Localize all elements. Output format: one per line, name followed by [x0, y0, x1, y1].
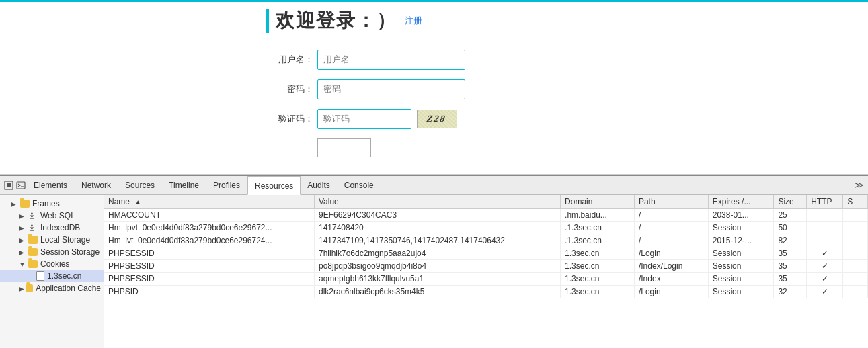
devtools-sidebar: ▶ Frames ▶ 🗄 Web SQL ▶ 🗄 IndexedDB ▶ Loc…: [0, 195, 104, 348]
cell-3: /: [634, 209, 708, 222]
indexeddb-arrow: ▶: [19, 224, 27, 232]
session-storage-icon: [28, 248, 38, 256]
sidebar-item-cookies[interactable]: ▼ Cookies: [0, 258, 104, 270]
cell-7: [843, 273, 868, 286]
sidebar-item-frames[interactable]: ▶ Frames: [0, 198, 104, 210]
cell-0: PHPSID: [104, 286, 314, 298]
cell-6: [807, 234, 843, 247]
col-header-path[interactable]: Path: [634, 195, 708, 209]
websql-icon: 🗄: [28, 212, 38, 220]
cell-5: 50: [774, 222, 807, 234]
cell-7: [843, 260, 868, 273]
cell-4: 2015-12-...: [708, 234, 774, 247]
col-header-s[interactable]: S: [843, 195, 868, 209]
sidebar-label-session-storage: Session Storage: [40, 247, 100, 257]
captcha-container: Z28: [317, 109, 457, 129]
cell-4: 2038-01...: [708, 209, 774, 222]
sidebar-item-app-cache[interactable]: ▶ Application Cache: [0, 282, 104, 294]
password-row: 密码：: [266, 79, 602, 99]
table-row[interactable]: Hm_lpvt_0e0ed4d0df83a279bd0ce6e29672...1…: [104, 222, 868, 234]
cell-4: Session: [708, 247, 774, 260]
cell-3: /Login: [634, 286, 708, 298]
indexeddb-icon: 🗄: [28, 224, 38, 232]
svg-rect-1: [7, 183, 11, 187]
captcha-text: Z28: [426, 114, 447, 124]
table-row[interactable]: Hm_lvt_0e0ed4d0df83a279bd0ce6e296724...1…: [104, 234, 868, 247]
cell-1: aqmeptgbh613kk7fllqulvu5a1: [314, 273, 560, 286]
console-icon[interactable]: [15, 179, 27, 191]
sidebar-label-indexeddb: IndexedDB: [40, 223, 80, 232]
cell-0: PHPSESSID: [104, 260, 314, 273]
cell-5: 82: [774, 234, 807, 247]
title-bar-decoration: [266, 9, 269, 33]
page-area: 欢迎登录：） 注册 用户名： 密码： 验证码： Z28: [0, 0, 868, 175]
col-header-value[interactable]: Value: [314, 195, 560, 209]
table-row[interactable]: PHPSIDdlk2rac6nlbai9cp6cks35m4k51.3sec.c…: [104, 286, 868, 298]
page-content: 欢迎登录：） 注册 用户名： 密码： 验证码： Z28: [266, 0, 602, 180]
sidebar-item-websql[interactable]: ▶ 🗄 Web SQL: [0, 210, 104, 222]
cell-4: Session: [708, 286, 774, 298]
tab-sources[interactable]: Sources: [118, 176, 162, 195]
cell-0: Hm_lpvt_0e0ed4d0df83a279bd0ce6e29672...: [104, 222, 314, 234]
sidebar-label-frames: Frames: [32, 199, 60, 208]
table-row[interactable]: PHPSESSID7hilhik7o6dc2mgnp5aaa2ujo41.3se…: [104, 247, 868, 260]
cell-5: 35: [774, 273, 807, 286]
password-input[interactable]: [317, 79, 465, 99]
cell-5: 35: [774, 260, 807, 273]
frames-arrow: ▶: [11, 200, 19, 208]
cell-4: Session: [708, 260, 774, 273]
inspect-icon[interactable]: [3, 179, 15, 191]
captcha-row: 验证码： Z28: [266, 109, 602, 129]
cookies-icon: [28, 260, 38, 268]
websql-arrow: ▶: [19, 212, 27, 220]
sidebar-item-indexeddb[interactable]: ▶ 🗄 IndexedDB: [0, 222, 104, 234]
cell-0: PHPSESSID: [104, 247, 314, 260]
register-link[interactable]: 注册: [405, 15, 422, 27]
cell-2: 1.3sec.cn: [561, 260, 635, 273]
cell-5: 32: [774, 286, 807, 298]
captcha-image[interactable]: Z28: [417, 110, 457, 128]
page-title-row: 欢迎登录：） 注册: [266, 8, 602, 34]
local-storage-arrow: ▶: [19, 236, 27, 244]
col-header-domain[interactable]: Domain: [561, 195, 635, 209]
captcha-input[interactable]: [317, 109, 411, 129]
app-cache-icon: [26, 284, 33, 292]
submit-button[interactable]: [317, 138, 371, 157]
cell-7: [843, 222, 868, 234]
password-label: 密码：: [266, 83, 313, 95]
sidebar-label-websql: Web SQL: [40, 211, 75, 220]
cookies-table-scroll[interactable]: Name ▲ Value Domain Path Expires /... Si…: [104, 195, 868, 348]
table-row[interactable]: PHPSESSIDpo8jpqp3bsigoo9qmqdjb4i8o41.3se…: [104, 260, 868, 273]
cell-2: 1.3sec.cn: [561, 286, 635, 298]
col-header-name[interactable]: Name ▲: [104, 195, 314, 209]
col-header-http[interactable]: HTTP: [807, 195, 843, 209]
table-row[interactable]: PHPSESSIDaqmeptgbh613kk7fllqulvu5a11.3se…: [104, 273, 868, 286]
cell-2: 1.3sec.cn: [561, 273, 635, 286]
tab-elements[interactable]: Elements: [27, 176, 75, 195]
devtools-expand-icon[interactable]: ≫: [853, 179, 865, 191]
cookies-table: Name ▲ Value Domain Path Expires /... Si…: [104, 195, 868, 298]
app-cache-arrow: ▶: [19, 285, 25, 292]
cell-5: 35: [774, 247, 807, 260]
frames-folder-icon: [20, 200, 30, 208]
sidebar-label-local-storage: Local Storage: [40, 235, 90, 245]
cell-4: Session: [708, 222, 774, 234]
sidebar-item-1-3sec-cn[interactable]: ▶ 1.3sec.cn: [0, 270, 104, 282]
tab-timeline[interactable]: Timeline: [162, 176, 206, 195]
cell-5: 25: [774, 209, 807, 222]
sidebar-item-local-storage[interactable]: ▶ Local Storage: [0, 234, 104, 246]
captcha-label: 验证码：: [266, 113, 313, 125]
tab-network[interactable]: Network: [75, 176, 118, 195]
cell-3: /Index/Login: [634, 260, 708, 273]
username-input[interactable]: [317, 50, 465, 70]
sidebar-item-session-storage[interactable]: ▶ Session Storage: [0, 246, 104, 258]
col-header-expires[interactable]: Expires /...: [708, 195, 774, 209]
tab-profiles[interactable]: Profiles: [206, 176, 247, 195]
col-header-size[interactable]: Size: [774, 195, 807, 209]
cell-1: po8jpqp3bsigoo9qmqdjb4i8o4: [314, 260, 560, 273]
table-row[interactable]: HMACCOUNT9EF66294C304CAC3.hm.baidu.../20…: [104, 209, 868, 222]
cell-6: [807, 222, 843, 234]
cell-0: PHPSESSID: [104, 273, 314, 286]
cell-2: 1.3sec.cn: [561, 247, 635, 260]
cell-7: [843, 234, 868, 247]
